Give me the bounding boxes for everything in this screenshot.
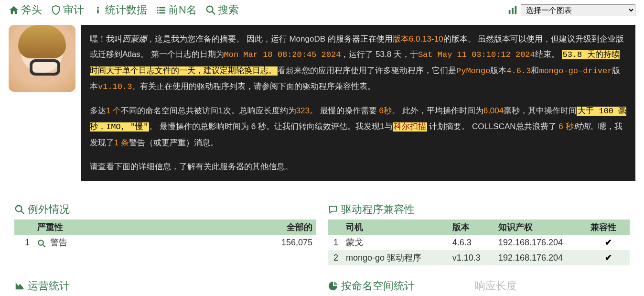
summary-row: 嘿！我叫西蒙娜，这是我为您准备的摘要。 因此，运行 MongoDB 的服务器正在… — [0, 20, 644, 190]
summary-text: 结束。 — [535, 50, 559, 59]
nav-stats-label: 统计数据 — [105, 3, 147, 17]
summary-text: 版本 — [490, 66, 506, 75]
ns-stats-dim: 响应长度 — [475, 279, 517, 293]
list-icon — [156, 5, 166, 15]
summary-ns-count: 1 个 — [106, 106, 121, 115]
row-version: v1.10.3 — [449, 250, 494, 265]
summary-driver2: mongo-go-driver — [539, 66, 612, 76]
nav-topn[interactable]: 前N名 — [156, 3, 197, 17]
summary-start-date: Mon Mar 18 08:20:45 2024 — [224, 50, 341, 59]
nav-home[interactable]: 斧头 — [9, 3, 42, 17]
svg-line-9 — [212, 11, 215, 14]
summary-text: 计划摘要。 COLLSCAN总共浪费了 — [427, 122, 559, 131]
nav-search-label: 搜索 — [218, 3, 239, 17]
drivers-col-ip: 知识产权 — [494, 219, 587, 235]
drivers-table: 司机 版本 知识产权 兼容性 1 蒙戈 4.6.3 192.168.176.20… — [328, 219, 630, 265]
summary-driver1-version: 4.6.3 — [506, 66, 531, 76]
exceptions-table: 严重性 全部的 1 警告 156,075 — [14, 219, 316, 250]
row-index: 2 — [328, 250, 342, 265]
chart-select[interactable]: 选择一个图表 — [521, 4, 635, 16]
area-chart-icon — [14, 281, 25, 291]
nav-search[interactable]: 搜索 — [205, 3, 239, 17]
nav-home-label: 斧头 — [21, 3, 42, 17]
summary-text: 看起来您的应用程序使用了许多驱动程序，它们是 — [278, 66, 456, 75]
summary-text: 嘿！我叫 — [90, 34, 122, 44]
summary-text: 。有关正在使用的驱动程序列表，请参阅下面的驱动程序兼容性表。 — [132, 82, 376, 91]
table-row[interactable]: 2 mongo-go 驱动程序 v1.10.3 192.168.176.204 … — [328, 250, 630, 265]
row-index: 1 — [14, 235, 33, 250]
ops-stats-title: 运营统计 — [28, 279, 70, 293]
summary-closing: 请查看下面的详细信息，了解有关此服务器的其他信息。 — [90, 159, 627, 175]
nav-audit[interactable]: 审计 — [51, 3, 84, 17]
summary-end-date: Sat May 11 03:10:12 2024 — [418, 50, 535, 59]
exceptions-title: 例外情况 — [28, 202, 70, 217]
summary-resp-len: 323 — [296, 106, 310, 115]
pie-chart-icon — [328, 281, 338, 291]
row-compat: ✔ — [587, 250, 630, 265]
svg-rect-11 — [512, 8, 514, 14]
row-ip: 192.168.176.204 — [494, 250, 587, 265]
shield-icon — [51, 5, 61, 15]
svg-rect-3 — [159, 7, 165, 9]
summary-text: 毫秒，其中操作时间 — [504, 106, 577, 115]
row-driver: 蒙戈 — [342, 235, 449, 250]
summary-avg-ms: 6,004 — [483, 106, 504, 115]
row-total: 156,075 — [173, 235, 316, 250]
summary-box: 嘿！我叫西蒙娜，这是我为您准备的摘要。 因此，运行 MongoDB 的服务器正在… — [81, 25, 635, 181]
summary-text: 。 最慢的操作需要 — [310, 106, 379, 115]
summary-text: 不同的命名空间总共被访问1次。总响应长度约为 — [121, 106, 296, 115]
row-version: 4.6.3 — [449, 235, 494, 250]
summary-text: 警告（或更严重）消息。 — [129, 138, 218, 147]
table-row[interactable]: 1 蒙戈 4.6.3 192.168.176.204 ✔ — [328, 235, 630, 250]
summary-waste: 6 秒 — [558, 122, 573, 131]
row-severity: 警告 — [33, 235, 173, 250]
svg-rect-5 — [159, 10, 165, 11]
summary-text: 。 此外，平均操作时间为 — [392, 106, 483, 115]
table-row[interactable]: 1 警告 156,075 — [14, 235, 316, 250]
drivers-title: 驱动程序兼容性 — [341, 202, 415, 217]
svg-rect-2 — [157, 7, 159, 9]
bar-chart-icon — [507, 5, 518, 15]
search-icon[interactable] — [37, 239, 46, 248]
drivers-panel: 驱动程序兼容性 司机 版本 知识产权 兼容性 1 蒙戈 4.6.3 192.16… — [328, 202, 630, 296]
summary-text: 时间 — [574, 122, 590, 131]
summary-text: 和 — [531, 66, 539, 75]
search-icon — [205, 5, 216, 15]
top-nav: 斧头 审计 统计数据 前N名 搜索 — [0, 0, 644, 20]
svg-rect-1 — [97, 9, 98, 13]
svg-line-16 — [43, 244, 45, 247]
svg-point-0 — [97, 7, 99, 9]
search-icon — [14, 204, 25, 215]
summary-driver2-version: v1.10.3 — [98, 82, 132, 91]
summary-text: ，运行了 53.8 天，于 — [341, 50, 418, 59]
info-icon — [93, 5, 103, 15]
svg-point-13 — [16, 206, 22, 212]
svg-point-8 — [207, 6, 213, 12]
svg-rect-12 — [515, 6, 517, 14]
svg-rect-7 — [159, 12, 165, 14]
svg-rect-6 — [157, 12, 159, 14]
row-driver: mongo-go 驱动程序 — [342, 250, 449, 265]
summary-driver1: PyMongo — [456, 66, 490, 76]
svg-point-15 — [38, 240, 43, 245]
panels-row: 例外情况 严重性 全部的 1 警告 156,075 — [0, 202, 644, 296]
svg-rect-4 — [157, 10, 159, 11]
nav-topn-label: 前N名 — [168, 3, 197, 17]
summary-warn-count: 1 条 — [114, 138, 129, 147]
summary-version: 版本6.0.13-10 — [393, 34, 443, 44]
summary-name: 西蒙娜 — [122, 34, 147, 44]
drivers-col-driver: 司机 — [342, 219, 449, 235]
nav-audit-label: 审计 — [63, 3, 84, 17]
summary-text: ，这是我为您准备的摘要。 因此，运行 MongoDB 的服务器正在使用 — [147, 34, 393, 44]
row-compat: ✔ — [587, 235, 630, 250]
drivers-col-compat: 兼容性 — [587, 219, 630, 235]
avatar — [9, 25, 75, 92]
home-icon — [9, 5, 19, 15]
row-severity-label: 警告 — [50, 238, 67, 247]
ns-stats-title: 按命名空间统计 — [341, 279, 415, 293]
row-ip: 192.168.176.204 — [494, 235, 587, 250]
exceptions-col-severity: 严重性 — [33, 219, 173, 235]
svg-rect-10 — [509, 10, 511, 14]
summary-text: 。 最慢操作的总影响时间为 6 秒。让我们转向绩效评估。我发现1与 — [149, 122, 392, 131]
nav-stats[interactable]: 统计数据 — [93, 3, 147, 17]
